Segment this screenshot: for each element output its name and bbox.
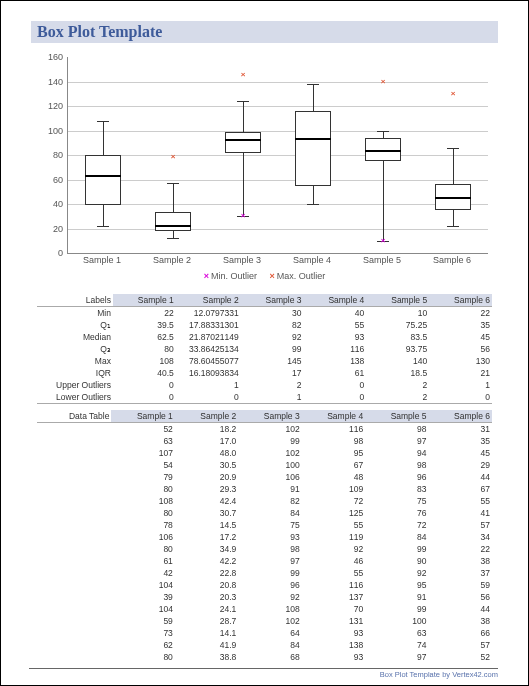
- stats-cell: 82: [241, 319, 304, 331]
- data-row: 4222.899559237: [37, 567, 492, 579]
- stats-cell: 10: [366, 307, 429, 320]
- data-cell: 57: [429, 639, 492, 651]
- data-cell: 131: [302, 615, 365, 627]
- grid-line: [68, 106, 488, 107]
- data-cell: 80: [111, 483, 174, 495]
- data-cell: 48: [302, 471, 365, 483]
- data-row-pad: [37, 435, 111, 447]
- stats-cell: 39.5: [113, 319, 176, 331]
- grid-line: [68, 155, 488, 156]
- data-cell: 42.4: [175, 495, 238, 507]
- stats-row-label: Q₁: [37, 319, 113, 331]
- data-row: 10420.8961169559: [37, 579, 492, 591]
- data-cell: 102: [238, 615, 301, 627]
- y-axis-tick: 140: [37, 77, 63, 87]
- data-cell: 90: [365, 555, 428, 567]
- data-cell: 38: [429, 615, 492, 627]
- data-cell: 76: [365, 507, 428, 519]
- stats-cell: 0: [429, 391, 492, 404]
- stats-cell: 62.5: [113, 331, 176, 343]
- data-cell: 97: [238, 555, 301, 567]
- data-cell: 98: [365, 423, 428, 436]
- stats-row-label: Q₃: [37, 343, 113, 355]
- stats-cell: 0: [176, 391, 241, 404]
- stats-cell: 2: [241, 379, 304, 391]
- stats-cell: 45: [429, 331, 492, 343]
- data-cell: 98: [238, 543, 301, 555]
- data-cell: 62: [111, 639, 174, 651]
- stats-cell: 93: [303, 331, 366, 343]
- plot-area: ××××××: [67, 57, 488, 254]
- data-cell: 55: [302, 567, 365, 579]
- data-row: 8029.3911098367: [37, 483, 492, 495]
- min-outlier-icon: ×: [380, 238, 386, 244]
- data-cell: 95: [302, 447, 365, 459]
- data-cell: 17.2: [175, 531, 238, 543]
- data-cell: 18.2: [175, 423, 238, 436]
- median-line: [155, 225, 191, 227]
- grid-line: [68, 180, 488, 181]
- data-cell: 104: [111, 603, 174, 615]
- stats-cell: 1: [176, 379, 241, 391]
- data-cell: 35: [429, 435, 492, 447]
- data-cell: 100: [238, 459, 301, 471]
- data-row: 10424.1108709944: [37, 603, 492, 615]
- stats-row: Lower Outliers001020: [37, 391, 492, 404]
- data-cell: 17.0: [175, 435, 238, 447]
- stats-cell: 17.88331301: [176, 319, 241, 331]
- stats-row: Max10878.60455077145138140130: [37, 355, 492, 367]
- data-cell: 46: [302, 555, 365, 567]
- stats-cell: 0: [113, 379, 176, 391]
- data-cell: 67: [429, 483, 492, 495]
- data-cell: 14.5: [175, 519, 238, 531]
- data-row: 6241.9841387457: [37, 639, 492, 651]
- box-plot-chart: ×××××× ×Min. Outlier ×Max. Outlier 02040…: [37, 53, 492, 288]
- data-cell: 96: [365, 471, 428, 483]
- data-tbody: Data TableSample 1Sample 2Sample 3Sample…: [37, 410, 492, 663]
- y-axis-tick: 40: [37, 199, 63, 209]
- data-cell: 92: [365, 567, 428, 579]
- stats-cell: 75.25: [366, 319, 429, 331]
- data-row: 6142.297469038: [37, 555, 492, 567]
- median-line: [295, 138, 331, 140]
- data-row-pad: [37, 531, 111, 543]
- stats-cell: 78.60455077: [176, 355, 241, 367]
- data-row-pad: [37, 591, 111, 603]
- data-cell: 41.9: [175, 639, 238, 651]
- data-cell: 125: [302, 507, 365, 519]
- stats-row-label: IQR: [37, 367, 113, 379]
- data-cell: 48.0: [175, 447, 238, 459]
- data-cell: 108: [111, 495, 174, 507]
- data-cell: 102: [238, 423, 301, 436]
- data-cell: 83: [365, 483, 428, 495]
- data-cell: 34.9: [175, 543, 238, 555]
- data-cell: 98: [365, 459, 428, 471]
- data-cell: 75: [238, 519, 301, 531]
- y-axis-tick: 80: [37, 150, 63, 160]
- stats-cell: 116: [303, 343, 366, 355]
- stats-cell: 145: [241, 355, 304, 367]
- data-cell: 99: [365, 603, 428, 615]
- data-cell: 14.1: [175, 627, 238, 639]
- footer-credit: Box Plot Template by Vertex42.com: [29, 668, 498, 679]
- data-cell: 100: [365, 615, 428, 627]
- stats-cell: 12.0797331: [176, 307, 241, 320]
- data-row-pad: [37, 471, 111, 483]
- data-cell: 92: [302, 543, 365, 555]
- stats-cell: 35: [429, 319, 492, 331]
- data-cell: 56: [429, 591, 492, 603]
- stats-row-label: Upper Outliers: [37, 379, 113, 391]
- data-cell: 94: [365, 447, 428, 459]
- data-cell: 28.7: [175, 615, 238, 627]
- box-rect: [225, 132, 261, 153]
- stats-cell: 33.86425134: [176, 343, 241, 355]
- data-cell: 138: [302, 639, 365, 651]
- data-cell: 93: [302, 627, 365, 639]
- page-title: Box Plot Template: [37, 23, 162, 40]
- data-row-pad: [37, 483, 111, 495]
- data-cell: 38.8: [175, 651, 238, 663]
- data-cell: 67: [302, 459, 365, 471]
- data-row-pad: [37, 447, 111, 459]
- box-group: [83, 57, 123, 253]
- stats-row: Median62.521.87021149929383.545: [37, 331, 492, 343]
